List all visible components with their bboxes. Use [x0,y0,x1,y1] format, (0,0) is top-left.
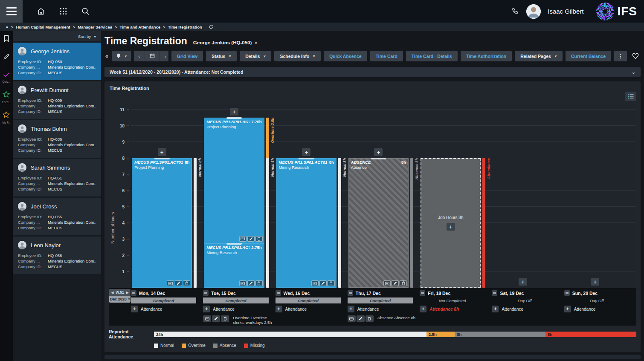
user-name[interactable]: Isaac Gilbert [548,8,583,15]
refresh-icon[interactable] [209,24,214,29]
month-selector[interactable]: Dec 2020▾ [109,296,131,303]
edit-icon-button[interactable] [392,280,399,286]
add-entry-button[interactable]: + [374,148,383,156]
week-header[interactable]: Week 51 (14/12/2020 - 20/12/2020) - Atte… [104,67,641,77]
employee-card[interactable]: Sarah SimmonsEmployee ID:HQ-051Company .… [13,159,101,196]
add-attendance-button[interactable]: + [564,306,571,312]
time-entry-bar[interactable]: MECUS PR1.SP01.ACT018hMining Research [276,158,337,288]
grid-view-button[interactable]: Grid View [171,51,203,61]
drag-handle[interactable] [154,158,170,159]
legend-list-button[interactable] [625,92,636,101]
favorite-heart-icon[interactable] [632,53,639,59]
edit-icon-button[interactable] [357,315,365,322]
breadcrumb-item[interactable]: Time Registration [168,25,202,29]
current-balance-button[interactable]: Current Balance [566,51,611,61]
add-attendance-button[interactable]: + [276,306,282,312]
note-icon-button[interactable] [239,236,247,242]
employee-card[interactable]: Leon NaylorEmployee ID:HQ-058Company ...… [13,237,101,274]
employee-card[interactable]: Thomas BohmEmployee ID:HQ-036Company ...… [13,120,101,158]
edit-icon-button[interactable] [247,280,255,286]
next-week-icon[interactable]: ▶ [126,291,129,295]
delete-icon-button[interactable] [366,315,374,322]
details-dropdown[interactable]: Details∨ [240,51,271,61]
bookmark-icon[interactable] [3,35,9,42]
add-attendance-button[interactable]: + [492,306,499,312]
rail-item-quick[interactable]: Quic... [3,71,11,83]
time-entry-bar[interactable]: MECUS PR1.SP01.ACT018hProject Planning [132,158,192,288]
day-status-icon[interactable] [203,290,209,296]
time-card-button[interactable]: Time Card [370,51,403,61]
delete-icon-button[interactable] [255,236,263,242]
notifications-button[interactable]: ∨ [112,51,131,61]
day-status-icon[interactable] [420,290,425,296]
apps-grid-icon[interactable] [59,7,67,15]
note-icon-button[interactable] [348,315,356,322]
day-status-icon[interactable] [348,290,353,296]
day-status-icon[interactable] [276,290,281,296]
collapse-toolbar-button[interactable]: « [104,51,109,61]
delete-icon-button[interactable] [400,280,407,286]
drag-handle[interactable] [226,117,242,119]
add-attendance-button[interactable]: + [420,306,426,312]
horizontal-scrollbar[interactable] [104,355,641,359]
time-entry-bar[interactable]: MECUS PR1.SP01.ACT012.75hMining Research [204,243,264,288]
drag-handle[interactable] [371,158,386,159]
sort-by-control[interactable]: Sort by ▾ [13,31,101,41]
note-icon-button[interactable] [383,280,391,286]
edit-icon-button[interactable] [247,236,255,242]
related-pages-dropdown[interactable]: Related Pages∨ [515,51,563,61]
add-entry-button[interactable]: + [519,278,527,286]
edit-icon-button[interactable] [175,280,182,286]
drag-handle[interactable] [299,158,314,159]
breadcrumb-item[interactable]: Human Capital Management [16,25,70,29]
note-icon-button[interactable] [239,280,247,286]
rail-item-feedback[interactable]: Feed... [2,91,11,104]
note-icon-button[interactable] [203,315,211,322]
hamburger-menu-button[interactable] [0,0,23,23]
rail-item-favorites[interactable]: My F... [2,111,10,124]
chevron-down-icon[interactable]: ⌄ [632,69,635,75]
day-status-icon[interactable] [131,290,136,296]
calendar-button[interactable] [145,51,160,61]
more-options-button[interactable]: ⋮ [614,51,627,61]
day-status-icon[interactable] [492,290,497,296]
edit-icon-button[interactable] [212,315,220,322]
employee-card[interactable]: Joel CrossEmployee ID:HQ-055Company ...M… [13,198,101,235]
quick-absence-button[interactable]: Quick Absence [324,51,367,61]
breadcrumb-item[interactable]: Manager Services [78,25,112,29]
employee-selector[interactable]: George Jenkins (HQ-050)▼ [193,40,258,45]
employee-card[interactable]: George JenkinsEmployee ID:HQ-050Company … [13,43,101,80]
add-attendance-button[interactable]: + [203,306,210,312]
add-attendance-button[interactable]: + [131,306,138,312]
note-icon-button[interactable] [167,280,174,286]
home-icon[interactable] [36,7,46,16]
add-entry-button[interactable]: + [447,223,455,231]
time-entry-bar[interactable]: MECUS PR1.SP01.ACT017.75hProject Plannin… [204,118,264,243]
phone-icon[interactable] [511,7,519,15]
status-dropdown[interactable]: Status∨ [206,51,237,61]
schedule-info-dropdown[interactable]: Schedule Info∨ [274,51,321,61]
delete-icon-button[interactable] [328,280,335,286]
next-period-button[interactable]: › [160,51,168,61]
time-entry-bar[interactable]: ABSENCE8hAbsence [348,158,409,288]
prev-period-button[interactable]: ‹ [134,51,145,61]
note-icon-button[interactable] [311,280,319,286]
add-attendance-button[interactable]: + [348,306,354,312]
employee-card[interactable]: Prewitt DumontEmployee ID:HQ-009Company … [13,81,101,119]
time-card-details-button[interactable]: Time Card - Details [406,51,458,61]
add-entry-button[interactable]: + [230,108,238,116]
delete-icon-button[interactable] [183,280,190,286]
job-hours-placeholder[interactable]: Job Hours 8h+ [421,158,481,288]
edit-pencil-icon[interactable] [3,53,10,60]
edit-icon-button[interactable] [319,280,327,286]
add-entry-button[interactable]: + [591,278,599,286]
delete-icon-button[interactable] [221,315,229,322]
delete-icon-button[interactable] [255,280,263,286]
time-authorization-button[interactable]: Time Authorization [461,51,512,61]
breadcrumb-item[interactable]: Time and Attendance [120,25,161,29]
prev-week-icon[interactable]: ◀ [111,291,113,295]
add-entry-button[interactable]: + [158,148,166,156]
add-entry-button[interactable]: + [302,148,310,156]
user-avatar[interactable] [526,4,541,19]
day-status-icon[interactable] [564,290,570,296]
